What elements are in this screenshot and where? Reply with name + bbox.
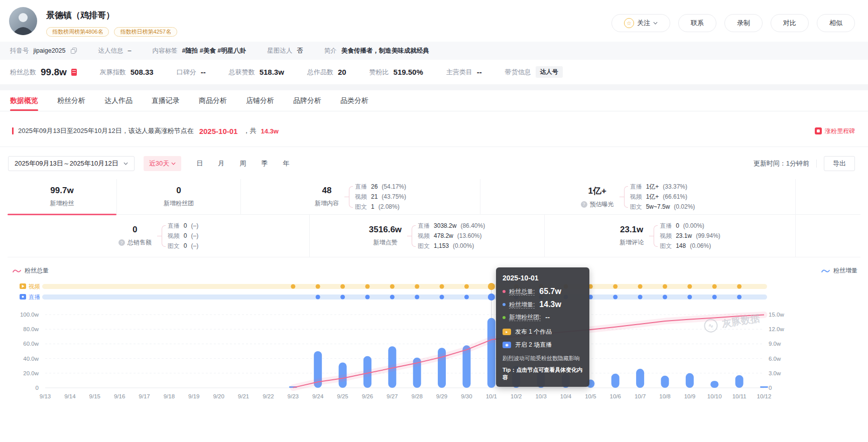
legend-fans-increment[interactable]: 粉丝增量 (821, 266, 857, 275)
svg-text:9/16: 9/16 (114, 393, 125, 399)
export-button[interactable]: 导出 (824, 156, 855, 171)
content-tags-item: 内容标签 #随拍 #美食 #明星八卦 (152, 47, 246, 55)
svg-text:9/21: 9/21 (238, 393, 249, 399)
svg-text:9/13: 9/13 (40, 393, 51, 399)
tab-product-analysis[interactable]: 商品分析 (199, 90, 227, 111)
tooltip-live-event: ◉ 开启 2 场直播 (503, 341, 583, 349)
stat-reputation: 口碑分 -- (177, 68, 206, 77)
record-button[interactable]: 录制 (724, 14, 763, 32)
svg-text:9/23: 9/23 (288, 393, 299, 399)
stats-bar: 粉丝总数 99.8w 灰豚指数 508.33 口碑分 -- 总获赞数 518.3… (0, 60, 868, 84)
svg-text:9/28: 9/28 (411, 393, 422, 399)
filter-bar: 2025年09月13日～2025年10月12日 近30天 日 月 周 季 年 更… (0, 147, 868, 177)
divider (816, 160, 817, 168)
svg-text:9/14: 9/14 (64, 393, 76, 399)
fans-rank-icon[interactable] (71, 69, 77, 76)
legend-fans-total[interactable]: 粉丝总量 (13, 266, 49, 275)
avatar-placeholder (9, 7, 37, 35)
live-icon: ◉ (503, 342, 511, 348)
bio-item: 简介 美食传播者，制造美味成就经典 (324, 47, 429, 55)
line-wave-icon (13, 268, 21, 273)
likes-breakdown: 直播3038.2w(86.40%) 视频478.2w(13.60%) 图文1,1… (411, 222, 485, 250)
main-tabs: 数据概览 粉丝分析 达人作品 直播记录 商品分析 店铺分析 品牌分析 品类分析 (0, 90, 868, 111)
card-new-fans[interactable]: 99.7w 新增粉丝 (8, 179, 117, 214)
unit-year[interactable]: 年 (283, 159, 289, 168)
avatar (9, 7, 37, 35)
new-content-breakdown: 直播26(54.17%) 视频21(43.75%) 图文1(2.08%) (348, 183, 406, 211)
video-icon: ▸ (503, 329, 511, 335)
svg-text:视频: 视频 (28, 283, 40, 289)
empty-cell (796, 215, 860, 257)
svg-text:0: 0 (36, 385, 39, 391)
card-new-content[interactable]: 48 新增内容 直播26(54.17%) 视频21(43.75%) 图文1(2.… (241, 179, 480, 214)
stat-total-works: 总作品数 20 (307, 68, 346, 77)
fans-trend-chart-section: 粉丝总量 粉丝增量 视频直播100.0w15.0w80.0w12.0w60.0w… (0, 261, 868, 407)
svg-text:15.0w: 15.0w (769, 312, 784, 318)
svg-text:10/8: 10/8 (659, 393, 670, 399)
card-total-sales[interactable]: 0 ?总销售额 直播0(–) 视频0(–) 图文0(–) (8, 215, 310, 257)
chevron-down-icon (653, 22, 658, 25)
chevron-down-icon (123, 162, 128, 165)
svg-text:9/25: 9/25 (337, 393, 348, 399)
date-range-picker[interactable]: 2025年09月13日～2025年10月12日 (8, 156, 135, 171)
svg-text:0: 0 (769, 385, 772, 391)
tooltip-note: 剧烈波动可能受粉丝数隐藏影响 (503, 355, 583, 362)
creator-info-bar: 抖音号 jipaige2025 达人信息 – 内容标签 #随拍 #美食 #明星八… (0, 42, 868, 60)
contact-button[interactable]: 联系 (678, 14, 716, 32)
svg-text:10/6: 10/6 (610, 393, 621, 399)
exposure-breakdown: 直播1亿+(33.37%) 视频1亿+(66.61%) 图文5w~7.5w(0.… (623, 183, 695, 211)
follow-button[interactable]: ☆ 关注 (611, 14, 670, 32)
creator-detail-item: 达人信息 – (98, 47, 131, 55)
compare-button[interactable]: 对比 (771, 14, 809, 32)
chart-tooltip: 2025-10-01 粉丝总量: 65.7w 粉丝增量: 14.3w 新增粉丝团… (496, 267, 589, 387)
douyin-id-value: jipaige2025 (34, 47, 66, 54)
creator-account-badge: 达人号 (536, 66, 563, 78)
tab-creator-works[interactable]: 达人作品 (104, 90, 133, 111)
summary-cards: 99.7w 新增粉丝 0 新增粉丝团 48 新增内容 直播26(54.17%) … (8, 179, 860, 257)
card-estimated-exposure[interactable]: 1亿+ ?预估曝光 直播1亿+(33.37%) 视频1亿+(66.61%) 图文… (480, 179, 796, 214)
card-new-comments[interactable]: 23.1w 新增评论 直播0(0.00%) 视频23.1w(99.94%) 图文… (545, 215, 796, 257)
svg-text:12.0w: 12.0w (769, 326, 784, 332)
rank-badge-weekly: 指数榜周榜第4806名 (46, 27, 109, 37)
tab-category-analysis[interactable]: 品类分析 (340, 90, 368, 111)
tab-shop-analysis[interactable]: 店铺分析 (246, 90, 274, 111)
stat-total-likes: 总获赞数 518.3w (229, 68, 284, 77)
notice-text: 2025年09月13日至2025年10月12日，该达人最高涨粉节点在 (18, 126, 194, 135)
unit-quarter[interactable]: 季 (261, 159, 268, 168)
svg-text:直播: 直播 (28, 294, 41, 300)
quick-range-selector[interactable]: 近30天 (144, 156, 181, 171)
card-new-likes[interactable]: 3516.6w 新增点赞 直播3038.2w(86.40%) 视频478.2w(… (310, 215, 545, 257)
copy-icon[interactable] (71, 48, 77, 54)
tab-brand-analysis[interactable]: 品牌分析 (293, 90, 321, 111)
svg-text:9/22: 9/22 (263, 393, 274, 399)
svg-text:9/26: 9/26 (362, 393, 373, 399)
sales-breakdown: 直播0(–) 视频0(–) 图文0(–) (161, 222, 198, 250)
unit-week[interactable]: 周 (239, 159, 246, 168)
tab-live-records[interactable]: 直播记录 (152, 90, 180, 111)
svg-text:10/4: 10/4 (560, 393, 572, 399)
tooltip-video-event: ▸ 发布 1 个作品 (503, 328, 583, 336)
line-wave-icon (821, 268, 830, 273)
svg-text:9/15: 9/15 (89, 393, 100, 399)
green-dot-icon (503, 316, 506, 319)
svg-text:10/1: 10/1 (486, 393, 497, 399)
svg-text:3.0w: 3.0w (769, 370, 781, 376)
stat-commerce-info: 带货信息 达人号 (505, 66, 563, 78)
similar-button[interactable]: 相似 (817, 14, 855, 32)
section-divider-band (0, 84, 868, 90)
milestone-link[interactable]: 涨粉里程碑 (815, 127, 855, 135)
tab-fans-analysis[interactable]: 粉丝分析 (57, 90, 85, 111)
star-map-item: 星图达人 否 (267, 47, 303, 55)
tab-data-overview[interactable]: 数据概览 (10, 90, 38, 111)
svg-text:20.0w: 20.0w (23, 370, 39, 376)
svg-text:9/17: 9/17 (139, 393, 150, 399)
svg-text:9/24: 9/24 (312, 393, 324, 399)
info-icon[interactable]: ? (581, 201, 587, 208)
stat-total-fans: 粉丝总数 99.8w (10, 67, 77, 78)
unit-day[interactable]: 日 (196, 159, 203, 168)
unit-month[interactable]: 月 (218, 159, 224, 168)
fans-chart[interactable]: 视频直播100.0w15.0w80.0w12.0w60.0w9.0w40.0w6… (8, 280, 793, 405)
card-new-fan-club[interactable]: 0 新增粉丝团 (117, 179, 241, 214)
growth-notice: 2025年09月13日至2025年10月12日，该达人最高涨粉节点在 2025-… (0, 111, 868, 146)
info-icon[interactable]: ? (118, 239, 125, 246)
